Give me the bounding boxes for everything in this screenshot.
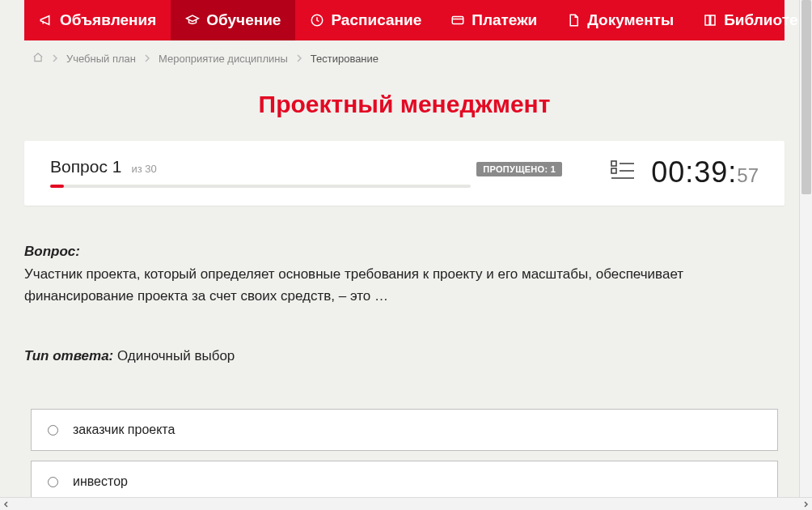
timer: 00:39: 57: [651, 155, 759, 189]
quiz-status-bar: Вопрос 1 из 30 ПРОПУЩЕНО: 1: [24, 141, 785, 206]
nav-label: Объявления: [60, 11, 156, 29]
nav-label: Расписание: [331, 11, 421, 29]
nav-library[interactable]: Библиотека: [688, 0, 812, 40]
skipped-badge: ПРОПУЩЕНО: 1: [476, 162, 562, 176]
breadcrumb-separator: [52, 54, 58, 62]
clock-icon: [310, 13, 324, 28]
page-title: Проектный менеджмент: [24, 91, 785, 118]
question-total: из 30: [131, 163, 156, 175]
nav-label: Документы: [587, 11, 674, 29]
breadcrumb: Учебный план Мероприятие дисциплины Тест…: [24, 40, 785, 76]
nav-documents[interactable]: Документы: [552, 0, 688, 40]
svg-rect-4: [611, 168, 616, 173]
nav-schedule[interactable]: Расписание: [295, 0, 436, 40]
answer-option[interactable]: заказчик проекта: [31, 409, 778, 451]
timer-seconds: 57: [737, 164, 759, 187]
answer-radio[interactable]: [48, 425, 58, 436]
question-number: Вопрос 1: [50, 157, 121, 176]
library-icon: [703, 13, 717, 28]
answer-options: заказчик проекта инвестор: [24, 409, 785, 497]
breadcrumb-separator: [144, 54, 150, 62]
nav-education[interactable]: Обучение: [171, 0, 295, 40]
answer-option[interactable]: инвестор: [31, 461, 778, 497]
nav-label: Обучение: [206, 11, 281, 29]
breadcrumb-link-event[interactable]: Мероприятие дисциплины: [159, 53, 288, 65]
question-body: Вопрос: Участник проекта, который опреде…: [24, 241, 785, 367]
breadcrumb-home[interactable]: [32, 52, 44, 66]
breadcrumb-link-plan[interactable]: Учебный план: [66, 53, 136, 65]
question-text: Участник проекта, который определяет осн…: [24, 264, 785, 307]
education-icon: [185, 13, 200, 28]
horizontal-scrollbar[interactable]: [0, 497, 812, 510]
answer-type-value: Одиночный выбор: [117, 348, 235, 363]
answer-radio[interactable]: [48, 477, 58, 487]
question-label: Вопрос:: [24, 244, 80, 259]
svg-rect-1: [452, 17, 463, 24]
nav-payments[interactable]: Платежи: [436, 0, 552, 40]
answer-text: заказчик проекта: [73, 423, 175, 437]
payment-icon: [450, 13, 465, 28]
scroll-right-arrow[interactable]: [799, 498, 812, 510]
list-icon: [611, 159, 635, 182]
vertical-scrollbar[interactable]: [799, 0, 812, 497]
document-icon: [566, 13, 581, 28]
scrollbar-thumb[interactable]: [801, 0, 811, 194]
timer-main: 00:39:: [651, 155, 737, 189]
answer-type-label: Тип ответа:: [24, 348, 113, 363]
question-list-button[interactable]: [611, 159, 635, 185]
scroll-left-arrow[interactable]: [0, 498, 13, 510]
megaphone-icon: [39, 13, 53, 28]
progress-fill: [50, 185, 64, 188]
breadcrumb-separator: [296, 54, 302, 62]
nav-announcements[interactable]: Объявления: [24, 0, 171, 40]
progress-bar: [50, 185, 471, 188]
answer-text: инвестор: [73, 474, 128, 489]
top-nav: Объявления Обучение Расписание Платежи Д…: [24, 0, 785, 40]
svg-rect-2: [611, 161, 616, 166]
nav-label: Платежи: [472, 11, 537, 29]
home-icon: [32, 52, 44, 63]
breadcrumb-current: Тестирование: [311, 53, 379, 65]
